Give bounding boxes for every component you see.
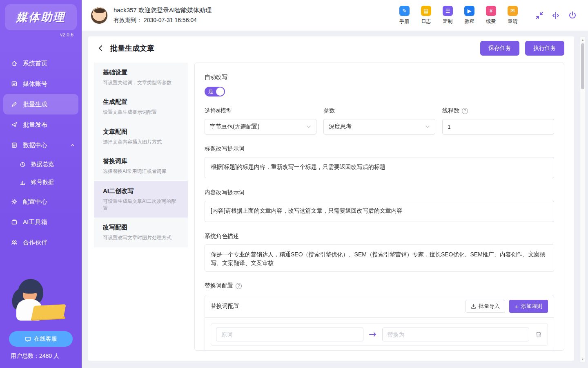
content-prompt-label: 内容改写提示词 xyxy=(205,189,554,196)
import-icon xyxy=(471,304,476,309)
user-total-label: 用户总数：2480 人 xyxy=(0,347,82,361)
original-word-input[interactable] xyxy=(216,328,363,341)
renew-button[interactable]: ¥ 续费 xyxy=(486,6,496,25)
thread-count-input[interactable] xyxy=(442,119,554,135)
media-account-icon xyxy=(11,80,18,88)
settings-nav-replace-library[interactable]: 替换词库 选择替换AI常用词汇或者词库 xyxy=(94,151,188,181)
replace-word-input[interactable] xyxy=(382,328,530,341)
replace-rule-row xyxy=(211,323,548,346)
scrollbar-track[interactable] xyxy=(580,43,585,356)
role-label: 系统角色描述 xyxy=(205,233,554,240)
online-service-label: 在线客服 xyxy=(34,335,57,343)
settings-nav-title: 基础设置 xyxy=(103,69,180,76)
save-task-button[interactable]: 保存任务 xyxy=(480,41,519,56)
avatar xyxy=(91,7,108,24)
help-icon[interactable]: ? xyxy=(236,283,242,289)
batch-import-button[interactable]: 批量导入 xyxy=(466,300,505,313)
renew-label: 续费 xyxy=(486,18,496,25)
tutorial-button[interactable]: ▶ 教程 xyxy=(464,6,474,25)
param-select[interactable]: 深度思考 xyxy=(323,119,435,135)
replace-config-label: 替换词配置 ? xyxy=(205,282,554,289)
scroll-up-arrow[interactable]: ▲ xyxy=(581,37,584,43)
add-rule-button[interactable]: + 添加规则 xyxy=(509,300,548,313)
header-actions: 保存任务 执行任务 xyxy=(480,41,564,56)
sidebar-item-ai-toolbox[interactable]: AI工具箱 xyxy=(0,212,82,232)
settings-nav-desc: 可设置生成后文章AI二次改写的配置 xyxy=(103,198,180,212)
param-field: 参数 深度思考 xyxy=(323,107,435,135)
settings-nav-title: 生成配置 xyxy=(103,98,180,106)
toggle-on-label: 是 xyxy=(208,88,213,95)
run-task-button[interactable]: 执行任务 xyxy=(525,41,564,56)
auto-rewrite-toggle[interactable]: 是 xyxy=(205,87,225,96)
invite-icon: ✉ xyxy=(508,6,518,16)
replace-panel-actions: 批量导入 + 添加规则 xyxy=(466,300,548,313)
title-prompt-textarea[interactable]: 根据[标题]的标题内容，重新改写一个标题，只需要返回改写后的标题 xyxy=(205,157,554,178)
sidebar-item-batch-publish[interactable]: 批量发布 xyxy=(0,114,82,135)
replace-config-label-text: 替换词配置 xyxy=(205,282,233,289)
invite-label: 邀请 xyxy=(508,18,518,25)
log-button[interactable]: ▤ 日志 xyxy=(421,6,431,25)
sidebar-item-media-accounts[interactable]: 媒体账号 xyxy=(0,74,82,94)
sidebar-item-label: 数据中心 xyxy=(23,141,47,149)
collapse-icon[interactable] xyxy=(551,11,560,20)
settings-nav-basic[interactable]: 基础设置 可设置关键词，文章类型等参数 xyxy=(94,63,188,92)
sidebar-item-data-center[interactable]: 数据中心 xyxy=(0,135,82,155)
back-button[interactable] xyxy=(97,45,105,52)
settings-nav: 基础设置 可设置关键词，文章类型等参数 生成配置 设置文章生成提示词配置 文章配… xyxy=(94,63,188,247)
role-textarea[interactable]: 你是一个专业的营销达人，精通SEO（搜索引擎优化）、SEM（搜索引擎营销）专家，… xyxy=(205,245,554,272)
sidebar-menu: 系统首页 媒体账号 批量生成 批量发布 数据中心 数据总览 xyxy=(0,53,82,253)
settings-nav-desc: 可设置改写文章时图片处理方式 xyxy=(103,234,180,241)
sidebar-item-config-center[interactable]: 配置中心 xyxy=(0,191,82,212)
online-service-button[interactable]: 在线客服 xyxy=(9,331,73,347)
sidebar-item-batch-generate[interactable]: 批量生成 xyxy=(3,94,78,114)
sidebar-item-account-data[interactable]: 账号数据 xyxy=(0,173,82,191)
settings-nav-desc: 选择替换AI常用词汇或者词库 xyxy=(103,168,180,175)
role-section: 系统角色描述 你是一个专业的营销达人，精通SEO（搜索引擎优化）、SEM（搜索引… xyxy=(205,233,554,272)
thread-label-text: 线程数 xyxy=(442,107,459,114)
partners-icon xyxy=(11,239,18,246)
home-icon xyxy=(11,60,18,67)
logo: 媒体助理 xyxy=(5,4,77,30)
toggle-knob xyxy=(216,88,224,96)
settings-nav-rewrite-image[interactable]: 改写配图 可设置改写文章时图片处理方式 xyxy=(94,218,188,247)
scroll-down-arrow[interactable]: ▼ xyxy=(581,356,584,362)
ai-model-select[interactable]: 字节豆包(无需配置) xyxy=(205,119,316,135)
chat-icon xyxy=(25,336,31,342)
sidebar-item-home[interactable]: 系统首页 xyxy=(0,53,82,74)
send-icon xyxy=(11,121,18,128)
page-header: 批量生成文章 保存任务 执行任务 xyxy=(88,36,574,60)
scrollbar-thumb[interactable] xyxy=(581,43,584,89)
content-prompt-textarea[interactable]: [内容]请根据上面的文章内容，改写这篇文章，只需要返回改写后的文章内容 xyxy=(205,201,554,222)
settings-nav-generate[interactable]: 生成配置 设置文章生成提示词配置 xyxy=(94,92,188,121)
exit-fullscreen-icon[interactable] xyxy=(535,11,544,20)
log-icon: ▤ xyxy=(421,6,431,16)
settings-nav-article-image[interactable]: 文章配图 选择文章内容插入图片方式 xyxy=(94,122,188,151)
help-icon[interactable]: ? xyxy=(462,108,468,114)
illustration-laptop xyxy=(31,304,66,320)
power-icon[interactable] xyxy=(568,11,577,20)
settings-nav-title: 替换词库 xyxy=(103,157,180,165)
sidebar-item-partners[interactable]: 合作伙伴 xyxy=(0,232,82,253)
settings-nav-desc: 可设置关键词，文章类型等参数 xyxy=(103,79,180,86)
replace-panel-title: 替换词配置 xyxy=(211,303,239,310)
replace-panel: 替换词配置 批量导入 + 添加规则 xyxy=(205,295,554,351)
param-value: 深度思考 xyxy=(329,123,352,130)
custom-button[interactable]: ☰ 定制 xyxy=(443,6,453,25)
vertical-scrollbar: ▲ ▼ xyxy=(580,36,586,362)
manual-icon: ✎ xyxy=(399,6,410,16)
manual-button[interactable]: ✎ 手册 xyxy=(399,6,410,25)
trash-icon[interactable] xyxy=(535,331,543,338)
model-row: 选择ai模型 字节豆包(无需配置) 参数 深度思考 xyxy=(205,107,554,135)
gear-icon xyxy=(11,198,18,205)
window-controls xyxy=(535,11,577,20)
settings-nav-ai-rewrite[interactable]: AI二创改写 可设置生成后文章AI二次改写的配置 xyxy=(94,181,188,218)
replace-panel-header: 替换词配置 批量导入 + 添加规则 xyxy=(205,295,554,317)
title-prompt-section: 标题改写提示词 根据[标题]的标题内容，重新改写一个标题，只需要返回改写后的标题 xyxy=(205,145,554,178)
rewrite-form-panel: 自动改写 是 选择ai模型 字节豆包(无需配置) xyxy=(194,63,564,351)
customer-service-illustration xyxy=(0,268,82,330)
settings-nav-desc: 设置文章生成提示词配置 xyxy=(103,109,180,116)
sidebar-item-data-overview[interactable]: 数据总览 xyxy=(0,155,82,173)
topbar: hack357 欢迎您登录AI智能媒体助理 有效期到： 2030-07-31 1… xyxy=(82,0,588,31)
welcome-block: hack357 欢迎您登录AI智能媒体助理 有效期到： 2030-07-31 1… xyxy=(114,7,212,24)
invite-button[interactable]: ✉ 邀请 xyxy=(508,6,518,25)
